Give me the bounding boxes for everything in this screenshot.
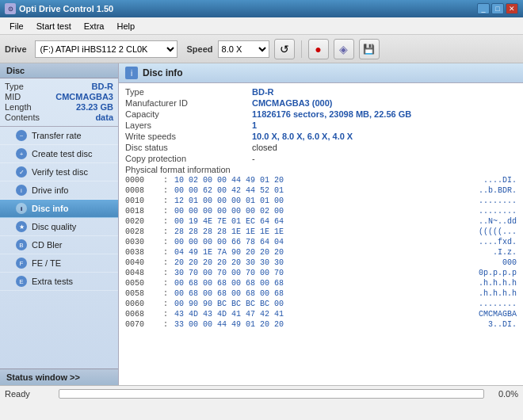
hex-row: 0058 : 00 68 00 68 00 68 00 68.h.h.h.h [119, 288, 523, 299]
hex-colon: : [163, 176, 168, 185]
save-button[interactable]: 💾 [359, 39, 380, 59]
hex-ascii: .I.z. [493, 248, 517, 257]
hex-colon: : [163, 207, 168, 216]
speed-label: Speed [187, 44, 213, 54]
hex-colon: : [163, 269, 168, 277]
hex-colon: : [163, 238, 168, 246]
disc-info-panel: Type BD-R MID CMCMAGBA3 Length 23.23 GB … [0, 78, 118, 127]
drive-select[interactable]: (F:) ATAPI iHBS112 2 CL0K [35, 40, 178, 58]
info-row: Copy protection- [119, 153, 523, 164]
info-row-label: Copy protection [125, 154, 252, 163]
hex-addr: 0018 [125, 207, 157, 216]
disc-type-label: Type [5, 82, 24, 91]
minimize-button[interactable]: _ [477, 3, 490, 14]
fe-te-icon: F [16, 258, 27, 269]
status-window-button[interactable]: Status window >> [0, 368, 118, 385]
main-layout: Disc Type BD-R MID CMCMAGBA3 Length 23.2… [0, 63, 523, 385]
hex-addr: 0010 [125, 197, 157, 205]
disc-mid-row: MID CMCMAGBA3 [5, 92, 113, 101]
hex-data: 00 68 00 68 00 68 00 68 [174, 279, 472, 288]
disc-quality-icon: ★ [16, 221, 27, 232]
hex-row: 0038 : 04 49 1E 7A 90 20 20 20.I.z. [119, 247, 523, 258]
drive-info-icon: i [16, 185, 27, 196]
content-title: Disc info [143, 67, 183, 78]
close-button[interactable]: ✕ [506, 3, 518, 14]
disc-quality-label: Disc quality [32, 222, 76, 231]
hex-ascii: 0p.p.p.p [479, 269, 517, 277]
transfer-rate-label: Transfer rate [32, 131, 82, 140]
hex-ascii: CMCMAGBA [479, 310, 517, 319]
content-header-icon: i [125, 67, 138, 79]
hex-data: 00 90 90 BC BC BC BC 00 [174, 300, 472, 308]
extra-tests-label: Extra tests [32, 277, 73, 286]
menu-file[interactable]: File [3, 20, 30, 32]
hex-data: 00 00 62 00 42 44 52 01 [174, 186, 472, 195]
menu-help[interactable]: Help [110, 20, 141, 32]
hex-ascii: ........ [479, 197, 517, 205]
sidebar-item-create-test-disc[interactable]: + Create test disc [0, 145, 118, 163]
disc-info-icon: i [16, 203, 27, 214]
sidebar-item-cd-bler[interactable]: B CD Bler [0, 236, 118, 254]
toolbar-separator [301, 40, 302, 58]
hex-addr: 0070 [125, 320, 157, 329]
speed-select[interactable]: 8.0 X 4.0 X 6.0 X 10.0 X [218, 40, 269, 58]
titlebar-controls: _ □ ✕ [477, 3, 518, 14]
titlebar: ⊙ Opti Drive Control 1.50 _ □ ✕ [0, 0, 523, 17]
sidebar-item-verify-test-disc[interactable]: ✓ Verify test disc [0, 163, 118, 181]
menu-start-test[interactable]: Start test [30, 20, 78, 32]
toolbar: Drive (F:) ATAPI iHBS112 2 CL0K Speed 8.… [0, 35, 523, 63]
sidebar-item-transfer-rate[interactable]: ~ Transfer rate [0, 127, 118, 145]
hex-data: 00 00 00 00 66 78 64 04 [174, 238, 472, 246]
hex-data: 12 01 00 00 00 01 01 00 [174, 197, 472, 205]
sidebar-item-fe-te[interactable]: F FE / TE [0, 254, 118, 273]
info-row: TypeBD-R [119, 86, 523, 97]
menu-extra[interactable]: Extra [78, 20, 111, 32]
hex-ascii: ........ [479, 300, 517, 308]
info-row-value: 10.0 X, 8.0 X, 6.0 X, 4.0 X [252, 132, 353, 141]
red-button[interactable]: ● [308, 39, 329, 59]
info-row: Layers1 [119, 120, 523, 131]
refresh-button[interactable]: ↺ [274, 39, 295, 59]
sidebar: Disc Type BD-R MID CMCMAGBA3 Length 23.2… [0, 63, 119, 385]
hex-colon: : [163, 227, 168, 236]
disc-contents-value: data [95, 113, 113, 122]
hex-ascii: ........ [479, 207, 517, 216]
info-row: Physical format information [119, 164, 523, 175]
hex-ascii: 3..DI. [488, 320, 517, 329]
hex-row: 0020 : 00 19 4E 7E 01 EC 64 64..N~..dd [119, 216, 523, 227]
verify-test-disc-icon: ✓ [16, 166, 27, 178]
content-area: i Disc info TypeBD-RManufacturer IDCMCMA… [119, 63, 523, 385]
create-test-disc-icon: + [16, 148, 27, 159]
sidebar-item-extra-tests[interactable]: E Extra tests [0, 273, 118, 291]
info-row-label: Write speeds [125, 132, 252, 141]
hex-addr: 0020 [125, 217, 157, 226]
titlebar-left: ⊙ Opti Drive Control 1.50 [5, 3, 113, 14]
hex-ascii: .h.h.h.h [479, 279, 517, 288]
drive-info-label: Drive info [32, 185, 68, 195]
extra-tests-icon: E [16, 276, 27, 287]
disc-info-label: Disc info [32, 204, 68, 213]
hex-data: 00 19 4E 7E 01 EC 64 64 [174, 217, 472, 226]
info-row-label: Layers [125, 120, 252, 130]
disc-length-row: Length 23.23 GB [5, 102, 113, 112]
hex-colon: : [163, 217, 168, 226]
info-row: Disc statusclosed [119, 142, 523, 153]
hex-addr: 0008 [125, 186, 157, 195]
disc-type-row: Type BD-R [5, 82, 113, 91]
hex-ascii: ....fxd. [479, 238, 517, 246]
purple-button[interactable]: ◈ [334, 39, 354, 59]
hex-data: 10 02 00 00 44 49 01 20 [174, 176, 477, 185]
hex-ascii: ....DI. [483, 176, 517, 185]
sidebar-item-disc-quality[interactable]: ★ Disc quality [0, 218, 118, 236]
hex-addr: 0050 [125, 279, 157, 288]
hex-colon: : [163, 279, 168, 288]
hex-data: 04 49 1E 7A 90 20 20 20 [174, 248, 487, 257]
sidebar-item-disc-info[interactable]: i Disc info [0, 200, 118, 218]
sidebar-item-drive-info[interactable]: i Drive info [0, 181, 118, 200]
disc-contents-row: Contents data [5, 113, 113, 122]
disc-info-table[interactable]: TypeBD-RManufacturer IDCMCMAGBA3 (000)Ca… [119, 83, 523, 385]
verify-test-disc-label: Verify test disc [32, 167, 88, 177]
maximize-button[interactable]: □ [491, 3, 504, 14]
hex-ascii: ..N~..dd [479, 217, 517, 226]
hex-addr: 0048 [125, 269, 157, 277]
